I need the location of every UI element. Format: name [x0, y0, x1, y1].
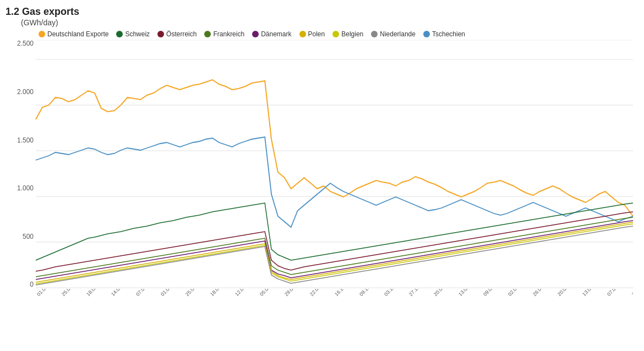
x-axis-label: 26.04.2023 — [532, 289, 553, 297]
x-axis-label: 09.11.2022 — [358, 289, 380, 297]
legend-item: Belgien — [332, 30, 363, 38]
y-axis-label: 0 — [7, 281, 34, 288]
legend-item: Polen — [299, 30, 325, 38]
x-axis-label: 14.03.2022 — [110, 289, 132, 297]
x-axis-label: 03.12.2022 — [383, 289, 405, 297]
x-axis-label: 05.08.2022 — [259, 289, 280, 297]
legend-label: Belgien — [341, 30, 363, 38]
legend: Deutschland ExporteSchweizÖsterreichFran… — [39, 30, 638, 38]
x-axis-label: 02.04.2023 — [507, 289, 528, 297]
legend-dot — [252, 31, 259, 37]
legend-dot — [299, 31, 306, 37]
legend-label: Dänemark — [261, 30, 291, 38]
x-axis-label: 12.07.2022 — [234, 289, 255, 297]
line-danemark — [36, 221, 633, 279]
legend-dot — [157, 31, 164, 37]
legend-item: Dänemark — [252, 30, 291, 38]
page-container: 1.2 Gas exports (GWh/day) Deutschland Ex… — [0, 0, 644, 351]
chart-svg — [36, 40, 633, 288]
legend-item: Schweiz — [116, 30, 150, 38]
legend-dot — [204, 31, 211, 37]
x-axis-label: 18.02.2022 — [85, 289, 107, 297]
line-schweiz — [36, 203, 633, 260]
x-axis-label: 20.05.2023 — [556, 289, 578, 297]
x-axis-label: 25.05.2022 — [184, 289, 206, 297]
x-axis-label: 07.04.2022 — [135, 289, 156, 297]
title: 1.2 Gas exports — [6, 6, 638, 18]
x-axis-label: 31.07.2023 — [631, 289, 633, 297]
x-axis-label: 22.09.2022 — [309, 289, 330, 297]
legend-dot — [423, 31, 430, 37]
legend-dot — [39, 31, 45, 37]
x-axis-label: 01.01.2022 — [36, 289, 57, 297]
legend-label: Niederlande — [380, 30, 416, 38]
x-axis-label: 09.03.2023 — [482, 289, 504, 297]
x-axis-label: 29.08.2022 — [283, 289, 305, 297]
legend-label: Österreich — [166, 30, 197, 38]
x-axis-label: 01.05.2022 — [160, 289, 181, 297]
line-belgien — [36, 224, 633, 284]
legend-dot — [116, 31, 123, 37]
subtitle: (GWh/day) — [21, 18, 638, 27]
x-axis-label: 25.01.2022 — [61, 289, 82, 297]
legend-label: Polen — [308, 30, 325, 38]
legend-dot — [332, 31, 339, 37]
x-axis-label: 07.07.2023 — [606, 289, 627, 297]
legend-label: Deutschland Exporte — [47, 30, 108, 38]
x-axis-label: 27.12.2022 — [408, 289, 429, 297]
chart-area: 05001.0001.5002.0002.500 — [36, 40, 633, 288]
x-axis-label: 16.10.2022 — [334, 289, 355, 297]
legend-item: Frankreich — [204, 30, 244, 38]
legend-item: Tschechien — [423, 30, 465, 38]
x-axis-label: 13.02.2023 — [457, 289, 479, 297]
legend-dot — [371, 31, 378, 37]
y-axis: 05001.0001.5002.0002.500 — [7, 40, 34, 288]
line-deutschland — [36, 80, 633, 216]
legend-label: Frankreich — [213, 30, 244, 38]
line-osterreich — [36, 212, 633, 271]
x-axis-label: 13.06.2023 — [581, 289, 603, 297]
x-axis-label: 20.01.2023 — [433, 289, 454, 297]
y-axis-label: 1.000 — [7, 185, 34, 191]
x-axis-label: 18.06.2022 — [209, 289, 231, 297]
legend-item: Deutschland Exporte — [39, 30, 108, 38]
y-axis-label: 1.500 — [7, 137, 34, 144]
line-polen — [36, 222, 633, 282]
line-niederlande — [36, 226, 633, 285]
y-axis-label: 500 — [7, 233, 34, 240]
legend-item: Niederlande — [371, 30, 416, 38]
legend-label: Tschechien — [432, 30, 465, 38]
legend-label: Schweiz — [125, 30, 150, 38]
legend-item: Österreich — [157, 30, 197, 38]
y-axis-label: 2.000 — [7, 89, 34, 95]
y-axis-label: 2.500 — [7, 40, 34, 47]
